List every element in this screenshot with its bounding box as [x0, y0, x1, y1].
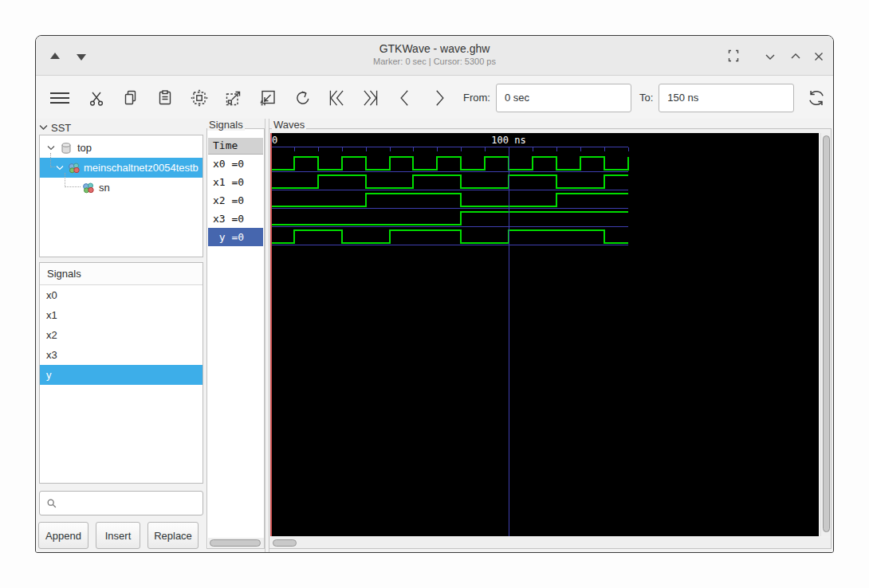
maximize-button[interactable] — [787, 48, 804, 65]
copy-icon — [121, 88, 140, 108]
reload-icon — [806, 88, 827, 108]
tree-connector — [50, 153, 55, 167]
module-icon — [81, 182, 95, 194]
gtkwave-window: GTKWave - wave.ghw Marker: 0 sec | Curso… — [35, 35, 834, 553]
expander-icon[interactable] — [55, 163, 65, 173]
menu-button[interactable] — [46, 87, 73, 109]
waves-hscrollbar[interactable] — [270, 538, 831, 548]
close-icon — [812, 50, 825, 63]
scrollbar-thumb[interactable] — [823, 135, 830, 532]
svg-text:0: 0 — [272, 135, 277, 146]
sst-expander-icon — [39, 124, 48, 131]
waves-frame-label: Waves — [272, 119, 306, 131]
main-area: SST top meinschaltnetz0054tes — [36, 119, 833, 552]
scrollbar-thumb[interactable] — [210, 539, 261, 547]
close-button[interactable] — [810, 48, 828, 65]
tree-item-top[interactable]: top — [40, 138, 203, 158]
signal-value-row-x3[interactable]: x3 =0 — [208, 210, 263, 228]
chevron-up-icon — [789, 50, 802, 63]
sst-tree: top meinschaltnetz0054testb — [39, 135, 203, 257]
signal-value-row-x0[interactable]: x0 =0 — [208, 155, 263, 173]
zoom-fit-button[interactable] — [188, 87, 210, 109]
tree-item-label: top — [77, 142, 92, 154]
tree-item-label: meinschaltnetz0054testb — [84, 162, 199, 174]
zoom-in-icon — [224, 88, 243, 108]
zoom-fit-icon — [190, 88, 209, 108]
sst-header[interactable]: SST — [39, 120, 71, 135]
menu-icon — [48, 88, 72, 108]
copy-button[interactable] — [120, 87, 142, 109]
signals-frame-label: Signals — [207, 119, 245, 131]
tree-connector — [65, 173, 81, 187]
marker-cursor-status: Marker: 0 sec | Cursor: 5300 ps — [36, 57, 833, 66]
to-input[interactable] — [659, 84, 794, 112]
append-button[interactable]: Append — [38, 522, 88, 549]
fullscreen-button[interactable] — [725, 47, 742, 65]
signal-item-y[interactable]: y — [40, 365, 203, 385]
paste-button[interactable] — [154, 87, 176, 109]
time-column-header[interactable]: Time — [208, 138, 263, 155]
search-icon — [46, 497, 57, 510]
wave-canvas[interactable]: 0100 ns — [270, 133, 819, 536]
tree-item-label: sn — [99, 182, 110, 194]
cut-button[interactable] — [85, 87, 108, 109]
skip-to-start-button[interactable] — [325, 87, 348, 109]
waves-panel: 0100 ns — [269, 128, 832, 549]
previous-edge-button[interactable] — [394, 87, 416, 109]
scrollbar-thumb[interactable] — [273, 539, 297, 547]
tree-item-sn[interactable]: sn — [40, 178, 203, 198]
database-icon — [60, 142, 73, 155]
signal-value-row-x2[interactable]: x2 =0 — [208, 191, 263, 210]
titlebar: GTKWave - wave.ghw Marker: 0 sec | Curso… — [36, 36, 833, 76]
waves-vscrollbar[interactable] — [820, 133, 831, 536]
undo-icon — [293, 88, 312, 108]
signals-hscrollbar[interactable] — [208, 538, 264, 548]
undo-button[interactable] — [291, 87, 313, 109]
signals-values-panel: Time x0 =0 x1 =0 x2 =0 x3 =0 y =0 — [206, 128, 265, 549]
next-edge-button[interactable] — [428, 87, 450, 109]
signal-item-x3[interactable]: x3 — [40, 345, 203, 365]
sst-label: SST — [51, 122, 71, 134]
svg-text:100 ns: 100 ns — [491, 135, 525, 146]
signals-list-header: Signals — [40, 263, 203, 285]
replace-button[interactable]: Replace — [147, 522, 199, 549]
zoom-in-button[interactable] — [222, 87, 245, 109]
chevron-right-icon — [429, 88, 450, 108]
signal-search[interactable] — [39, 491, 203, 515]
window-title: GTKWave - wave.ghw — [36, 42, 833, 55]
fullscreen-icon — [725, 48, 741, 64]
zoom-out-icon — [258, 88, 277, 108]
signal-value-row-x1[interactable]: x1 =0 — [208, 173, 263, 191]
desktop: GTKWave - wave.ghw Marker: 0 sec | Curso… — [0, 0, 869, 588]
paste-icon — [155, 88, 175, 108]
zoom-out-button[interactable] — [257, 87, 279, 109]
insert-button[interactable]: Insert — [96, 522, 140, 549]
signal-item-x2[interactable]: x2 — [40, 325, 203, 345]
signal-item-x0[interactable]: x0 — [40, 285, 203, 305]
toolbar: From: To: — [36, 76, 833, 119]
from-label: From: — [463, 92, 490, 104]
signal-item-x1[interactable]: x1 — [40, 305, 203, 325]
skip-to-end-button[interactable] — [360, 87, 382, 109]
from-input[interactable] — [496, 84, 631, 112]
signals-list: Signals x0 x1 x2 x3 y — [39, 262, 203, 484]
chevron-left-icon — [395, 88, 415, 108]
reload-button[interactable] — [805, 87, 828, 109]
chevron-down-icon — [764, 50, 777, 63]
search-input[interactable] — [57, 492, 203, 515]
expander-icon[interactable] — [46, 143, 56, 153]
cut-icon — [87, 88, 106, 108]
minimize-button[interactable] — [761, 48, 779, 65]
skip-to-end-icon — [360, 88, 381, 108]
skip-to-start-icon — [326, 88, 347, 108]
to-label: To: — [639, 92, 653, 104]
signal-value-row-y[interactable]: y =0 — [208, 228, 263, 246]
